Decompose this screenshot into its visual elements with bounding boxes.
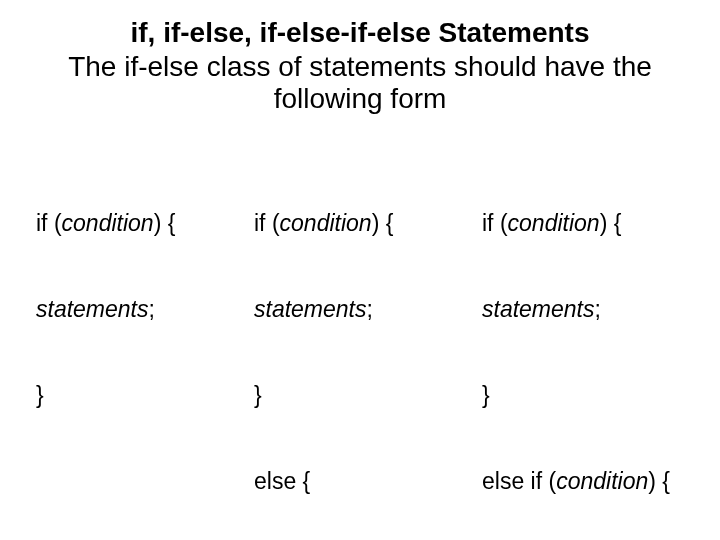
slide: if, if-else, if-else-if-else Statements … [0,0,720,540]
code-block-if-else: if (condition) { statements; } else { st… [254,151,464,540]
code-line: else if (condition) { [482,467,684,496]
code-text: ) { [154,210,176,236]
code-line: else { [254,467,464,496]
code-line: } [36,381,236,410]
code-text: ; [595,296,601,322]
code-text: ) { [600,210,622,236]
code-text: if ( [482,210,508,236]
code-line: if (condition) { [254,209,464,238]
code-text: condition [280,210,372,236]
code-line: statements; [254,295,464,324]
code-text: if ( [254,210,280,236]
code-text: ; [149,296,155,322]
code-line: if (condition) { [36,209,236,238]
code-text: statements [36,296,149,322]
code-line: } [482,381,684,410]
code-text: ) { [372,210,394,236]
code-line: statements; [36,295,236,324]
code-text: condition [556,468,648,494]
code-line: } [254,381,464,410]
code-text: statements [482,296,595,322]
code-text: if ( [36,210,62,236]
code-columns: if (condition) { statements; } if (condi… [36,151,684,540]
slide-title: if, if-else, if-else-if-else Statements [36,18,684,49]
code-line: if (condition) { [482,209,684,238]
code-text: ) { [648,468,670,494]
code-block-if: if (condition) { statements; } [36,151,236,540]
slide-subtitle: The if-else class of statements should h… [36,51,684,115]
code-text: condition [62,210,154,236]
code-text: ; [367,296,373,322]
code-block-if-else-if: if (condition) { statements; } else if (… [482,151,684,540]
code-text: statements [254,296,367,322]
code-text: else if ( [482,468,556,494]
code-line: statements; [482,295,684,324]
code-text: condition [508,210,600,236]
